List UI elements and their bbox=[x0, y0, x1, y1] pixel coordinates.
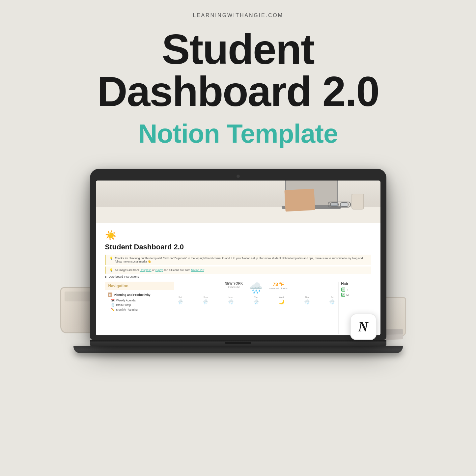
day-sun: Sun bbox=[204, 296, 208, 298]
laptop-screen: ☀️ Student Dashboard 2.0 💡 Thanks for ch… bbox=[96, 181, 380, 335]
day-mon: Mon bbox=[229, 296, 233, 298]
notion-toggle[interactable]: ▶ Dashboard Instructions bbox=[105, 275, 371, 278]
nav-section-title: 📋 Planning and Productivity bbox=[105, 292, 174, 298]
day-wed: Wed bbox=[279, 296, 284, 298]
weather-date: 10/27/22 bbox=[225, 285, 243, 288]
main-title: Student Dashboard 2.0 bbox=[97, 28, 379, 113]
website-url: LEARNINGWITHANGIE.COM bbox=[193, 13, 283, 18]
notion-sun-icon: ☀️ bbox=[105, 230, 371, 241]
laptop-camera bbox=[237, 175, 240, 178]
laptop-base bbox=[73, 346, 403, 353]
habit-row-2: ✓ M bbox=[341, 293, 371, 297]
day-tue: Tue bbox=[254, 296, 258, 298]
laptop-hinge bbox=[90, 340, 386, 346]
notion-nav-section: Navigation 📋 Planning and Productivity 📅… bbox=[105, 282, 371, 334]
nav-column: Navigation 📋 Planning and Productivity 📅… bbox=[105, 282, 174, 334]
weather-temp: 73 °F bbox=[269, 282, 288, 287]
notion-n-letter: N bbox=[358, 319, 368, 335]
nav-item-weekly[interactable]: 📅 Weekly Agenda bbox=[105, 298, 174, 303]
day-thu: Thu bbox=[305, 296, 309, 298]
notion-content: ☀️ Student Dashboard 2.0 💡 Thanks for ch… bbox=[96, 223, 380, 335]
weather-city: NEW YORK bbox=[225, 282, 243, 285]
weather-widget: NEW YORK 10/27/22 🌧️ bbox=[174, 282, 338, 334]
habit-header: Hab bbox=[341, 282, 371, 286]
nav-item-monthly[interactable]: ✏️ Monthly Planning bbox=[105, 307, 174, 312]
screen-header-image bbox=[96, 181, 380, 223]
notion-callout-1: 💡 Thanks for checking out this template!… bbox=[105, 255, 371, 265]
day-sat: Sat bbox=[179, 296, 182, 298]
notion-page-title: Student Dashboard 2.0 bbox=[105, 243, 371, 251]
weather-days-row: Sat 🌧️ Sun 🌧️ Mon 🌧️ bbox=[178, 296, 335, 304]
subtitle: Notion Template bbox=[138, 119, 338, 149]
nav-header: Navigation bbox=[105, 282, 174, 290]
laptop-body: ☀️ Student Dashboard 2.0 💡 Thanks for ch… bbox=[90, 169, 386, 340]
weather-main-icon: 🌧️ bbox=[249, 282, 263, 294]
habit-row-1: ✓ T bbox=[341, 288, 371, 292]
weather-desc: overcast clouds bbox=[269, 287, 288, 290]
nav-item-brain-dump[interactable]: 🗒️ Brain Dump bbox=[105, 303, 174, 307]
notion-logo-badge: N bbox=[350, 314, 377, 340]
laptop-wrapper: ☀️ Student Dashboard 2.0 💡 Thanks for ch… bbox=[80, 169, 396, 353]
notion-callout-2: 💡 All images are from Unsplash or Giphy … bbox=[105, 266, 371, 274]
day-fri: Fri bbox=[331, 296, 333, 298]
